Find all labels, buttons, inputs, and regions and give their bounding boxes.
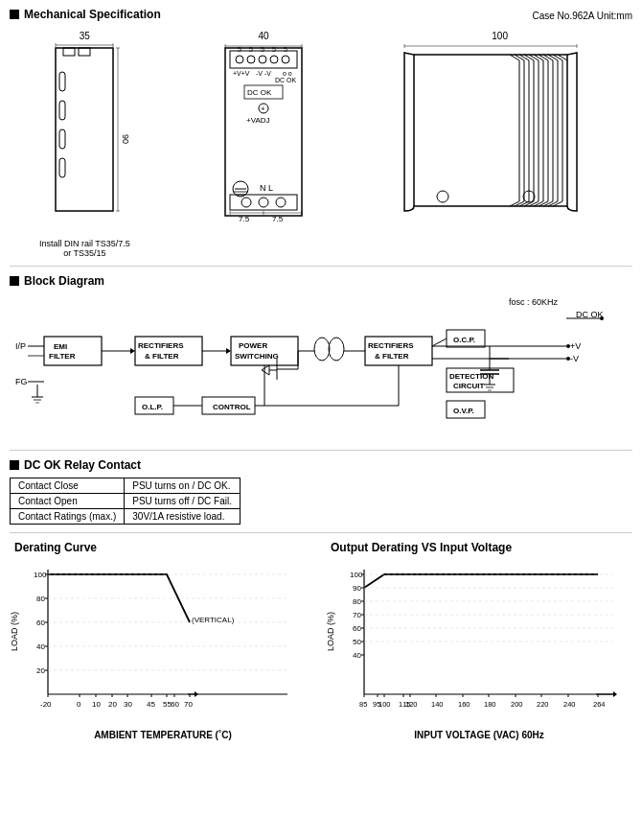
svg-text:-V: -V <box>570 354 579 363</box>
svg-text:100: 100 <box>350 571 363 579</box>
svg-text:80: 80 <box>353 597 361 606</box>
install-note: Install DIN rail TS35/7.5 or TS35/15 <box>36 239 132 258</box>
svg-marker-114 <box>226 348 231 354</box>
svg-text:+: + <box>261 105 265 113</box>
svg-line-78 <box>524 55 534 60</box>
svg-rect-1 <box>63 48 75 56</box>
output-derating-chart: LOAD (%) 100 90 80 70 60 50 40 <box>326 560 632 740</box>
mechanical-drawings: 35 <box>10 31 632 258</box>
svg-text:RECTIFIERS: RECTIFIERS <box>368 341 414 350</box>
svg-text:LOAD (%): LOAD (%) <box>326 612 335 651</box>
svg-point-23 <box>282 56 289 63</box>
block-diagram: fosc : 60KHz DC OK I/P FG EMI <box>11 293 631 442</box>
svg-rect-6 <box>59 158 65 177</box>
svg-text:70: 70 <box>353 611 361 619</box>
svg-point-22 <box>270 56 278 63</box>
svg-text:LOAD (%): LOAD (%) <box>10 612 19 651</box>
drawing-left: 35 <box>36 31 132 258</box>
page: Mechanical Specification Case No.962A Un… <box>0 0 642 748</box>
relay-row: Contact ClosePSU turns on / DC OK. <box>11 478 241 494</box>
mechanical-section: Mechanical Specification Case No.962A Un… <box>10 8 632 267</box>
svg-rect-5 <box>59 129 65 149</box>
svg-marker-247 <box>613 691 617 697</box>
middle-svg: 5 5 5 5 5 +V+V -V -V o o DC OK DC OK + <box>196 43 331 235</box>
svg-text:70: 70 <box>184 700 193 709</box>
curves-section: Derating Curve LOAD (%) 100 80 60 <box>10 541 632 740</box>
relay-row: Contact OpenPSU turns off / DC Fail. <box>11 494 241 509</box>
svg-text:-20: -20 <box>40 700 52 709</box>
svg-marker-109 <box>130 348 135 354</box>
svg-text:POWER: POWER <box>239 341 267 350</box>
svg-text:20: 20 <box>108 700 117 709</box>
svg-text:7.5: 7.5 <box>272 215 284 223</box>
svg-text:-V -V: -V -V <box>256 70 271 77</box>
svg-text:40: 40 <box>36 642 45 651</box>
svg-text:O.C.P.: O.C.P. <box>453 336 475 344</box>
svg-text:10: 10 <box>92 700 101 709</box>
svg-point-118 <box>314 338 330 361</box>
svg-text:7.5: 7.5 <box>239 215 250 223</box>
derating-block: Derating Curve LOAD (%) 100 80 60 <box>10 541 316 740</box>
svg-text:& FILTER: & FILTER <box>375 352 409 361</box>
drawing-middle: 40 5 5 <box>196 31 331 237</box>
svg-point-20 <box>247 56 255 63</box>
svg-text:100: 100 <box>34 571 47 579</box>
svg-point-45 <box>259 198 268 207</box>
svg-rect-3 <box>59 72 65 91</box>
svg-text:0: 0 <box>77 700 81 709</box>
right-svg <box>395 43 606 235</box>
svg-text:O.L.P.: O.L.P. <box>142 403 163 411</box>
svg-text:5: 5 <box>261 46 264 53</box>
svg-text:50: 50 <box>353 638 361 646</box>
dim-35: 35 <box>36 31 132 41</box>
svg-point-119 <box>329 338 344 361</box>
output-svg: LOAD (%) 100 90 80 70 60 50 40 <box>326 560 623 728</box>
svg-line-62 <box>548 55 558 60</box>
svg-text:60: 60 <box>36 618 45 627</box>
block-title: Block Diagram <box>24 274 104 288</box>
header-square <box>10 10 19 19</box>
svg-text:60: 60 <box>353 624 361 633</box>
svg-text:80: 80 <box>36 595 45 603</box>
svg-text:90: 90 <box>121 134 130 144</box>
svg-line-127 <box>432 338 447 346</box>
block-svg: fosc : 60KHz DC OK I/P FG EMI <box>11 293 631 442</box>
svg-marker-193 <box>195 691 198 697</box>
svg-text:240: 240 <box>563 700 576 709</box>
svg-text:+V: +V <box>570 341 581 351</box>
svg-point-130 <box>566 344 570 348</box>
svg-text:N  L: N L <box>260 183 273 193</box>
svg-line-75 <box>529 55 539 60</box>
drawing-right: 100 <box>395 31 606 237</box>
svg-line-65 <box>553 55 562 60</box>
output-derating-x-label: INPUT VOLTAGE (VAC) 60Hz <box>326 730 632 740</box>
svg-line-72 <box>534 55 543 60</box>
svg-text:DC OK: DC OK <box>247 88 272 97</box>
svg-text:FILTER: FILTER <box>49 352 76 361</box>
derating-svg: LOAD (%) 100 80 60 40 20 -20 <box>10 560 297 728</box>
svg-text:30: 30 <box>124 700 132 709</box>
relay-value: PSU turns on / DC OK. <box>125 478 241 494</box>
svg-line-84 <box>515 55 524 60</box>
derating-chart: LOAD (%) 100 80 60 40 20 -20 <box>10 560 316 740</box>
mech-title: Mechanical Specification <box>24 8 161 21</box>
svg-text:RECTIFIERS: RECTIFIERS <box>138 341 184 350</box>
relay-section: DC OK Relay Contact Contact ClosePSU tur… <box>10 458 632 533</box>
dim-100: 100 <box>395 31 606 41</box>
svg-text:40: 40 <box>353 651 361 660</box>
svg-text:90: 90 <box>353 584 361 593</box>
svg-point-90 <box>437 191 448 202</box>
relay-label: Contact Close <box>11 478 125 494</box>
svg-text:20: 20 <box>36 666 45 675</box>
block-diagram-section: Block Diagram fosc : 60KHz DC OK I/P FG <box>10 274 632 451</box>
svg-text:100: 100 <box>378 700 391 709</box>
svg-text:o o: o o <box>283 70 292 77</box>
block-sq <box>10 276 19 286</box>
dim-40: 40 <box>196 31 331 41</box>
relay-sq <box>10 460 19 470</box>
block-header: Block Diagram <box>10 274 632 288</box>
svg-point-46 <box>276 198 286 207</box>
svg-point-19 <box>236 56 243 63</box>
relay-value: PSU turns off / DC Fail. <box>125 494 241 509</box>
relay-header: DC OK Relay Contact <box>10 458 632 472</box>
